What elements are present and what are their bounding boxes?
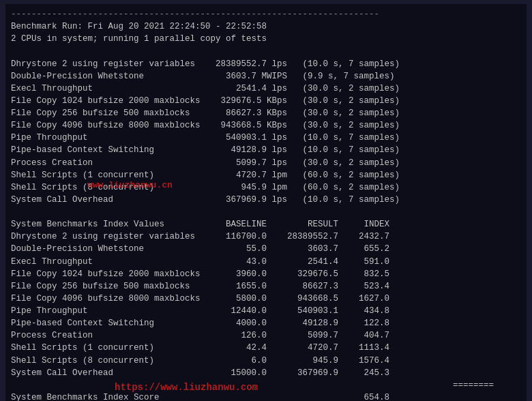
bench-row: File Copy 4096 bufsize 8000 maxblocks 94… <box>11 119 521 132</box>
equals-line: ======== <box>11 379 521 391</box>
index-row: Pipe Throughput 12440.0 540903.1 434.8 <box>11 305 521 317</box>
index-row: Dhrystone 2 using register variables 116… <box>11 231 521 243</box>
terminal: ----------------------------------------… <box>5 4 527 401</box>
bench-row: Pipe-based Context Switching 49128.9 lps… <box>11 144 521 156</box>
index-row: Double-Precision Whetstone 55.0 3603.7 6… <box>11 243 521 255</box>
index-row: Shell Scripts (8 concurrent) 6.0 945.9 1… <box>11 355 521 367</box>
index-row: Process Creation 126.0 5099.7 404.7 <box>11 329 521 342</box>
index-row: Shell Scripts (1 concurrent) 42.4 4720.7… <box>11 342 521 354</box>
bench-row: Execl Throughput 2541.4 lps (30.0 s, 2 s… <box>11 83 521 95</box>
spacer2 <box>11 206 521 218</box>
bench-row: File Copy 256 bufsize 500 maxblocks 8662… <box>11 107 521 119</box>
watermark2: https://www.liuzhanwu.com <box>115 382 258 393</box>
index-row: File Copy 4096 bufsize 8000 maxblocks 58… <box>11 293 521 305</box>
benchmark-header2: 2 CPUs in system; running 1 parallel cop… <box>11 33 521 45</box>
index-row: File Copy 1024 bufsize 2000 maxblocks 39… <box>11 268 521 280</box>
bench-row: System Call Overhead 367969.9 lps (10.0 … <box>11 194 521 206</box>
score-line: System Benchmarks Index Score 654.8 <box>11 391 521 401</box>
index-rows: Dhrystone 2 using register variables 116… <box>11 231 521 379</box>
divider-top: ----------------------------------------… <box>11 8 521 20</box>
score-line-content: System Benchmarks Index Score 654.8 <box>11 391 521 401</box>
bench-row: File Copy 1024 bufsize 2000 maxblocks 32… <box>11 95 521 107</box>
index-row: File Copy 256 bufsize 500 maxblocks 1655… <box>11 280 521 293</box>
spacer1 <box>11 45 521 57</box>
index-row: Execl Throughput 43.0 2541.4 591.0 <box>11 256 521 268</box>
index-row: Pipe-based Context Switching 4000.0 4912… <box>11 317 521 329</box>
bench-row: Dhrystone 2 using register variables 283… <box>11 58 521 70</box>
bench-row: Process Creation 5099.7 lps (30.0 s, 2 s… <box>11 157 521 169</box>
index-header-row: System Benchmarks Index Values BASELINE … <box>11 218 521 231</box>
bench-row: Pipe Throughput 540903.1 lps (10.0 s, 7 … <box>11 132 521 144</box>
benchmark-header1: Benchmark Run: Fri Aug 20 2021 22:24:50 … <box>11 20 521 33</box>
watermark1: www.liuzhanwu.cn <box>87 180 173 190</box>
index-row: System Call Overhead 15000.0 367969.9 24… <box>11 367 521 379</box>
index-header: System Benchmarks Index Values BASELINE … <box>11 218 521 231</box>
bench-row: Double-Precision Whetstone 3603.7 MWIPS … <box>11 70 521 83</box>
